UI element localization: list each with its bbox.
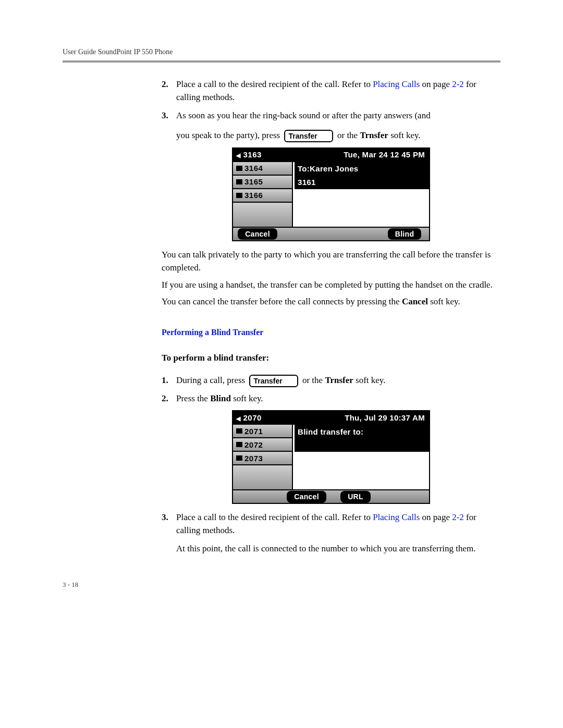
ext-line: 3164 [233,162,292,176]
step-number: 2. [162,392,176,405]
link-placing-calls[interactable]: Placing Calls [373,512,420,522]
step-number: 3. [162,109,176,143]
date-bar: Thu, Jul 29 10:37 AM [293,411,429,425]
link-page-ref[interactable]: 2-2 [452,512,464,522]
section-blind-transfer: Performing a Blind Transfer [162,326,500,338]
softkey-cancel: Cancel [287,491,326,502]
phone-icon [236,442,242,447]
step-number: 1. [162,374,176,387]
step-body: Place a call to the desired recipient of… [176,511,500,559]
softkey-blind: Blind [388,228,422,240]
header-rule [63,60,500,63]
ext-blank [233,203,292,227]
phone-icon [236,179,242,184]
step-body: As soon as you hear the ring-back sound … [176,109,500,143]
phone-icon [236,166,242,171]
step-3: 3. As soon as you hear the ring-back sou… [162,109,500,143]
link-placing-calls[interactable]: Placing Calls [373,79,420,89]
bt-step-3: 3. Place a call to the desired recipient… [162,511,500,559]
call-to-line: To:Karen Jones [295,162,429,176]
ext-active: 2070 [233,411,292,425]
phone-main: Tue, Mar 24 12 45 PM To:Karen Jones 3161 [293,149,429,227]
softkey-url: URL [340,491,371,502]
transfer-key: Transfer [284,130,333,142]
subhead-perform: To perform a blind transfer: [162,352,500,365]
ext-active: 3163 [233,149,292,162]
softkey-cancel: Cancel [238,228,277,240]
phone-icon [236,193,242,198]
blind-transfer-line: Blind transfer to: [295,425,429,438]
phone-main: Thu, Jul 29 10:37 AM Blind transfer to: [293,411,429,489]
softkey-row: Cancel URL [233,489,429,503]
blank-area [295,189,429,227]
softkey-row: Cancel Blind [233,227,429,240]
phone-icon [236,428,242,434]
transfer-key: Transfer [249,375,298,387]
phone-screen-1: 3163 3164 3165 3166 Tue, Mar 24 12 45 PM… [232,147,430,241]
ext-line: 2073 [233,452,292,465]
ext-line: 3165 [233,176,292,189]
extension-column: 2070 2071 2072 2073 [233,411,293,489]
ext-line: 3166 [233,189,292,203]
content-area: 2. Place a call to the desired recipient… [162,78,500,559]
page-header: User Guide SoundPoint IP 550 Phone [63,47,500,57]
para: You can talk privately to the party to w… [162,249,500,274]
step-body: Press the Blind soft key. [176,392,500,405]
blank-area [295,452,429,489]
page-footer: 3 - 18 [63,580,500,590]
step-number: 2. [162,78,176,104]
para-cancel: You can cancel the transfer before the c… [162,295,500,309]
dial-number: 3161 [295,176,429,189]
final-para: At this point, the call is connected to … [176,542,500,556]
ext-line: 2071 [233,425,292,438]
para: If you are using a handset, the transfer… [162,279,500,292]
step-2: 2. Place a call to the desired recipient… [162,78,500,104]
speaker-icon [236,412,241,424]
step-number: 3. [162,511,176,559]
link-page-ref[interactable]: 2-2 [452,79,464,89]
phone-screen-2: 2070 2071 2072 2073 Thu, Jul 29 10:37 AM… [232,410,430,504]
extension-column: 3163 3164 3165 3166 [233,149,293,227]
ext-blank [233,465,292,489]
bt-step-2: 2. Press the Blind soft key. [162,392,500,405]
speaker-icon [236,149,241,161]
phone-icon [236,455,242,461]
bt-step-1: 1. During a call, press Transfer or the … [162,374,500,387]
step-body: During a call, press Transfer or the Trn… [176,374,500,387]
phone-body: To:Karen Jones 3161 [293,162,429,227]
step-body: Place a call to the desired recipient of… [176,78,500,104]
ext-line: 2072 [233,438,292,452]
phone-body: Blind transfer to: [293,425,429,489]
date-bar: Tue, Mar 24 12 45 PM [293,149,429,162]
entry-line [295,438,429,452]
